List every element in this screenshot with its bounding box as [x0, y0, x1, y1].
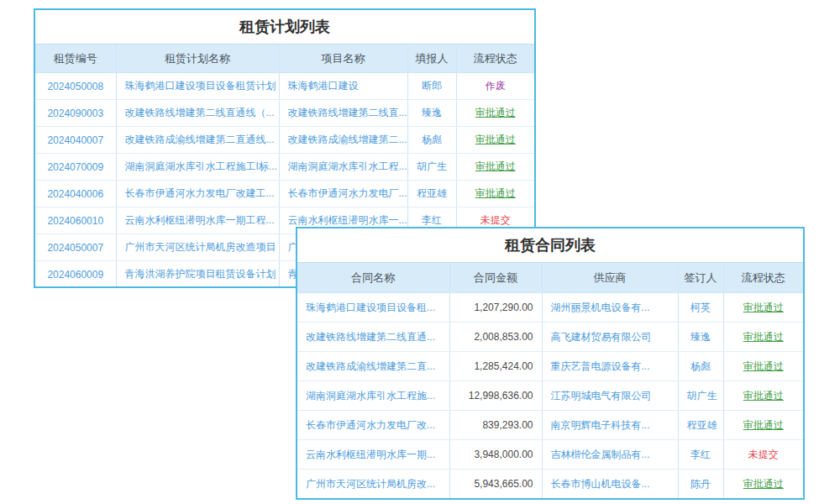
cell-signer-name[interactable]: 程亚雄	[678, 411, 723, 440]
table-row: 改建铁路线增建第二线直通...2,008,853.00高飞建材贸易有限公司臻逸审…	[297, 323, 803, 352]
column-header: 供应商	[542, 263, 678, 293]
cell-lease-id[interactable]: 2024050008	[35, 73, 116, 100]
cell-contract-amount: 1,207,290.00	[449, 293, 542, 323]
status-badge: 作废	[456, 73, 534, 100]
cell-project-name[interactable]: 改建铁路成渝线增建第二...	[279, 127, 407, 154]
cell-lease-id[interactable]: 2024060010	[35, 207, 116, 234]
cell-contract-name[interactable]: 广州市天河区统计局机房改...	[297, 470, 449, 499]
status-badge[interactable]: 审批通过	[456, 127, 534, 154]
cell-plan-name[interactable]: 珠海鹤港口建设项目设备租赁计划	[116, 73, 279, 100]
cell-project-name[interactable]: 长春市伊通河水力发电厂...	[279, 181, 407, 207]
cell-signer-name[interactable]: 胡广生	[678, 381, 723, 411]
status-badge[interactable]: 审批通过	[723, 293, 803, 323]
cell-supplier-name[interactable]: 湖州丽景机电设备有...	[542, 293, 678, 323]
cell-contract-name[interactable]: 珠海鹤港口建设项目设备租...	[297, 293, 449, 323]
lease-contract-panel: 租赁合同列表 合同名称合同金额供应商签订人流程状态 珠海鹤港口建设项目设备租..…	[296, 227, 805, 500]
cell-lease-id[interactable]: 2024040006	[35, 181, 116, 207]
table-row: 2024040007改建铁路成渝线增建第二直通线...改建铁路成渝线增建第二..…	[35, 127, 534, 154]
lease-plan-table-header: 租赁编号租赁计划名称项目名称填报人流程状态	[35, 45, 534, 73]
table-row: 2024040006长春市伊通河水力发电厂改建工...长春市伊通河水力发电厂..…	[35, 181, 534, 207]
status-badge[interactable]: 审批通过	[456, 100, 534, 127]
column-header: 租赁计划名称	[116, 45, 279, 73]
cell-contract-amount: 3,948,000.00	[449, 440, 542, 470]
cell-plan-name[interactable]: 青海洪湖养护院项目租赁设备计划	[116, 261, 279, 288]
column-header: 流程状态	[723, 263, 803, 293]
column-header: 合同名称	[297, 263, 449, 293]
status-badge[interactable]: 审批通过	[456, 181, 534, 207]
lease-contract-table-body: 珠海鹤港口建设项目设备租...1,207,290.00湖州丽景机电设备有...柯…	[297, 293, 803, 499]
status-badge[interactable]: 审批通过	[723, 352, 803, 381]
table-row: 云南水利枢纽潜明水库一期...3,948,000.00吉林楷伦金属制品有...李…	[297, 440, 803, 470]
cell-contract-amount: 12,998,636.00	[449, 381, 542, 411]
table-row: 改建铁路成渝线增建第二直...1,285,424.00重庆艺普电源设备有...杨…	[297, 352, 803, 381]
lease-contract-title: 租赁合同列表	[297, 228, 803, 262]
cell-reporter-name[interactable]: 杨彪	[407, 127, 456, 154]
column-header: 填报人	[407, 45, 456, 73]
table-row: 珠海鹤港口建设项目设备租...1,207,290.00湖州丽景机电设备有...柯…	[297, 293, 803, 323]
table-row: 广州市天河区统计局机房改...5,943,665.00长春市博山机电设备...陈…	[297, 470, 803, 499]
cell-supplier-name[interactable]: 高飞建材贸易有限公司	[542, 323, 678, 352]
header-row: 合同名称合同金额供应商签订人流程状态	[297, 263, 803, 293]
cell-plan-name[interactable]: 湖南洞庭湖水库引水工程施工I标...	[116, 154, 279, 181]
status-badge[interactable]: 审批通过	[723, 411, 803, 440]
header-row: 租赁编号租赁计划名称项目名称填报人流程状态	[35, 45, 534, 73]
cell-lease-id[interactable]: 2024090003	[35, 100, 116, 127]
column-header: 签订人	[678, 263, 723, 293]
table-row: 2024050008珠海鹤港口建设项目设备租赁计划珠海鹤港口建设断郎作废	[35, 73, 534, 100]
cell-plan-name[interactable]: 改建铁路线增建第二线直通线（...	[116, 100, 279, 127]
cell-reporter-name[interactable]: 程亚雄	[407, 181, 456, 207]
cell-signer-name[interactable]: 臻逸	[678, 323, 723, 352]
status-badge[interactable]: 审批通过	[723, 381, 803, 411]
table-row: 湖南洞庭湖水库引水工程施...12,998,636.00江苏明城电气有限公司胡广…	[297, 381, 803, 411]
status-badge[interactable]: 审批通过	[723, 470, 803, 499]
cell-plan-name[interactable]: 长春市伊通河水力发电厂改建工...	[116, 181, 279, 207]
cell-signer-name[interactable]: 杨彪	[678, 352, 723, 381]
cell-project-name[interactable]: 改建铁路线增建第二线直...	[279, 100, 407, 127]
table-row: 长春市伊通河水力发电厂改...839,293.00南京明辉电子科技有...程亚雄…	[297, 411, 803, 440]
cell-contract-amount: 839,293.00	[449, 411, 542, 440]
cell-lease-id[interactable]: 2024040007	[35, 127, 116, 154]
cell-contract-name[interactable]: 改建铁路线增建第二线直通...	[297, 323, 449, 352]
cell-signer-name[interactable]: 陈丹	[678, 470, 723, 499]
status-badge: 未提交	[723, 440, 803, 470]
cell-contract-name[interactable]: 长春市伊通河水力发电厂改...	[297, 411, 449, 440]
cell-supplier-name[interactable]: 江苏明城电气有限公司	[542, 381, 678, 411]
column-header: 租赁编号	[35, 45, 116, 73]
cell-plan-name[interactable]: 改建铁路成渝线增建第二直通线...	[116, 127, 279, 154]
cell-reporter-name[interactable]: 臻逸	[407, 100, 456, 127]
cell-supplier-name[interactable]: 吉林楷伦金属制品有...	[542, 440, 678, 470]
cell-reporter-name[interactable]: 胡广生	[407, 154, 456, 181]
cell-supplier-name[interactable]: 南京明辉电子科技有...	[542, 411, 678, 440]
cell-contract-name[interactable]: 湖南洞庭湖水库引水工程施...	[297, 381, 449, 411]
cell-contract-name[interactable]: 改建铁路成渝线增建第二直...	[297, 352, 449, 381]
cell-plan-name[interactable]: 广州市天河区统计局机房改造项目	[116, 234, 279, 261]
lease-plan-title: 租赁计划列表	[35, 10, 534, 44]
cell-contract-amount: 2,008,853.00	[449, 323, 542, 352]
table-row: 2024070009湖南洞庭湖水库引水工程施工I标...湖南洞庭湖水库引水工程.…	[35, 154, 534, 181]
column-header: 流程状态	[456, 45, 534, 73]
column-header: 合同金额	[449, 263, 542, 293]
cell-contract-name[interactable]: 云南水利枢纽潜明水库一期...	[297, 440, 449, 470]
column-header: 项目名称	[279, 45, 407, 73]
cell-lease-id[interactable]: 2024070009	[35, 154, 116, 181]
cell-contract-amount: 5,943,665.00	[449, 470, 542, 499]
cell-reporter-name[interactable]: 断郎	[407, 73, 456, 100]
cell-project-name[interactable]: 湖南洞庭湖水库引水工程...	[279, 154, 407, 181]
cell-project-name[interactable]: 珠海鹤港口建设	[279, 73, 407, 100]
cell-signer-name[interactable]: 李红	[678, 440, 723, 470]
cell-supplier-name[interactable]: 重庆艺普电源设备有...	[542, 352, 678, 381]
cell-lease-id[interactable]: 2024060009	[35, 261, 116, 288]
status-badge[interactable]: 审批通过	[456, 154, 534, 181]
lease-contract-table-header: 合同名称合同金额供应商签订人流程状态	[297, 263, 803, 293]
status-badge[interactable]: 审批通过	[723, 323, 803, 352]
cell-lease-id[interactable]: 2024050007	[35, 234, 116, 261]
cell-contract-amount: 1,285,424.00	[449, 352, 542, 381]
cell-signer-name[interactable]: 柯英	[678, 293, 723, 323]
cell-plan-name[interactable]: 云南水利枢纽潜明水库一期工程...	[116, 207, 279, 234]
lease-contract-table: 合同名称合同金额供应商签订人流程状态 珠海鹤港口建设项目设备租...1,207,…	[297, 262, 803, 499]
cell-supplier-name[interactable]: 长春市博山机电设备...	[542, 470, 678, 499]
table-row: 2024090003改建铁路线增建第二线直通线（...改建铁路线增建第二线直..…	[35, 100, 534, 127]
